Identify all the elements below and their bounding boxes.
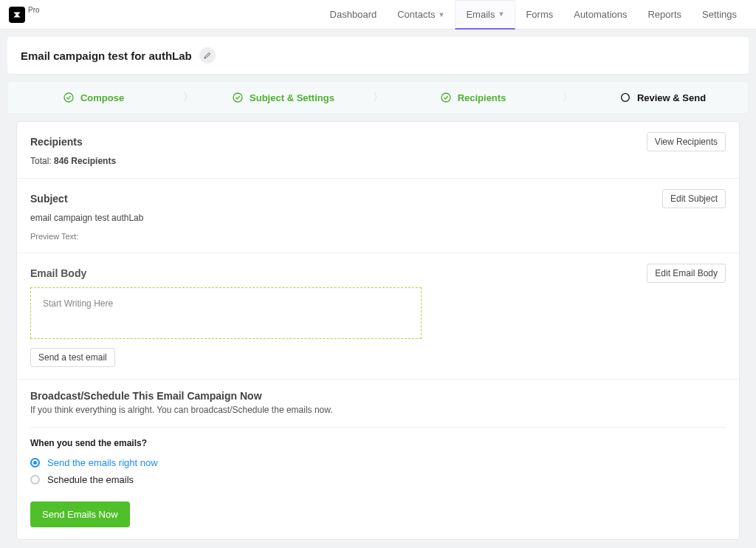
recipients-total: Total: 846 Recipients: [30, 156, 726, 166]
pencil-icon: [203, 51, 212, 60]
radio-send-now[interactable]: Send the emails right now: [30, 457, 726, 468]
nav-reports-label: Reports: [647, 9, 681, 20]
section-broadcast: Broadcast/Schedule This Email Campaign N…: [17, 380, 739, 539]
subject-line-text: email campaign test authLab: [30, 213, 726, 223]
campaign-title: Email campaign test for authLab: [21, 49, 192, 62]
subject-title: Subject: [30, 193, 68, 205]
email-body-title: Email Body: [30, 267, 86, 279]
edit-subject-button[interactable]: Edit Subject: [662, 189, 726, 208]
recipients-total-prefix: Total:: [30, 156, 54, 166]
brand: Pro: [9, 7, 40, 23]
nav-settings[interactable]: Settings: [692, 0, 747, 30]
step-recipients[interactable]: Recipients: [388, 92, 558, 103]
nav-contacts[interactable]: Contacts ▼: [387, 0, 455, 30]
step-subject-label: Subject & Settings: [250, 92, 334, 103]
step-subject[interactable]: Subject & Settings: [198, 92, 368, 103]
send-emails-now-button[interactable]: Send Emails Now: [30, 501, 130, 527]
svg-point-0: [64, 93, 73, 102]
nav-forms-label: Forms: [526, 9, 553, 20]
review-panel: Recipients View Recipients Total: 846 Re…: [16, 121, 740, 540]
nav-automations[interactable]: Automations: [563, 0, 637, 30]
edit-email-body-button[interactable]: Edit Email Body: [647, 264, 726, 283]
step-review[interactable]: Review & Send: [577, 92, 748, 103]
broadcast-title: Broadcast/Schedule This Email Campaign N…: [30, 390, 726, 402]
wizard-stepper: Compose 〉 Subject & Settings 〉 Recipient…: [7, 81, 749, 114]
nav-forms[interactable]: Forms: [515, 0, 563, 30]
page: Email campaign test for authLab Compose …: [0, 30, 756, 548]
nav-reports[interactable]: Reports: [637, 0, 692, 30]
section-email-body: Email Body Edit Email Body Start Writing…: [17, 253, 739, 380]
nav-dashboard[interactable]: Dashboard: [320, 0, 388, 30]
chevron-right-icon: 〉: [558, 91, 577, 104]
divider: [30, 427, 726, 428]
step-review-label: Review & Send: [637, 92, 706, 103]
preview-text-label: Preview Text:: [30, 232, 726, 241]
radio-schedule[interactable]: Schedule the emails: [30, 474, 726, 485]
nav-automations-label: Automations: [574, 9, 627, 20]
campaign-title-card: Email campaign test for authLab: [7, 37, 749, 74]
edit-title-button[interactable]: [199, 47, 216, 64]
email-body-preview: Start Writing Here: [30, 287, 422, 339]
check-circle-icon: [440, 92, 452, 103]
recipients-title: Recipients: [30, 136, 83, 148]
circle-icon: [619, 92, 631, 103]
svg-point-1: [233, 93, 242, 102]
section-subject: Subject Edit Subject email campaign test…: [17, 179, 739, 253]
step-recipients-label: Recipients: [458, 92, 506, 103]
broadcast-desc: If you think everything is alright. You …: [30, 405, 726, 415]
nav-emails-label: Emails: [466, 9, 495, 20]
chevron-right-icon: 〉: [179, 91, 198, 104]
chevron-right-icon: 〉: [368, 91, 388, 104]
check-circle-icon: [232, 92, 244, 103]
radio-schedule-label: Schedule the emails: [47, 474, 134, 485]
brand-logo-icon: [9, 7, 25, 23]
send-when-question: When you send the emails?: [30, 438, 726, 448]
view-recipients-button[interactable]: View Recipients: [647, 132, 726, 151]
svg-point-2: [441, 93, 450, 102]
check-circle-icon: [63, 92, 75, 103]
nav-contacts-label: Contacts: [397, 9, 435, 20]
email-body-placeholder: Start Writing Here: [43, 298, 113, 309]
step-compose[interactable]: Compose: [8, 92, 179, 103]
recipients-total-value: 846 Recipients: [54, 156, 116, 166]
nav-emails[interactable]: Emails ▼: [455, 0, 515, 30]
nav-settings-label: Settings: [702, 9, 737, 20]
section-recipients: Recipients View Recipients Total: 846 Re…: [17, 122, 739, 179]
chevron-down-icon: ▼: [439, 11, 445, 18]
send-test-email-button[interactable]: Send a test email: [30, 348, 115, 367]
top-nav: Pro Dashboard Contacts ▼ Emails ▼ Forms …: [0, 0, 756, 30]
radio-icon: [30, 458, 40, 467]
radio-icon: [30, 475, 40, 484]
chevron-down-icon: ▼: [498, 10, 504, 18]
svg-point-3: [622, 94, 630, 102]
brand-pro-badge: Pro: [28, 6, 40, 14]
nav-dashboard-label: Dashboard: [330, 9, 377, 20]
radio-send-now-label: Send the emails right now: [47, 457, 158, 468]
step-compose-label: Compose: [80, 92, 124, 103]
